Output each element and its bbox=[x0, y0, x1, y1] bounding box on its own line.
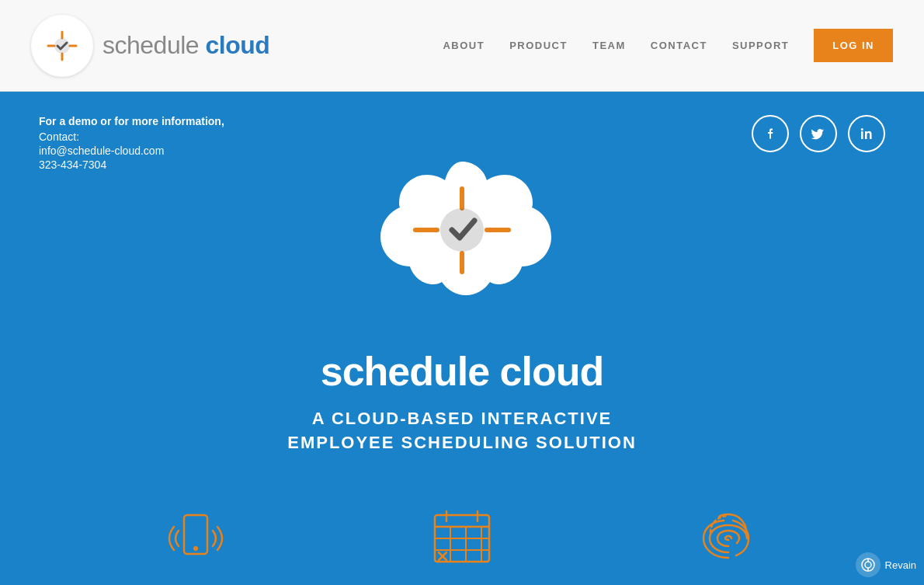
nav-about[interactable]: ABOUT bbox=[443, 40, 485, 51]
svg-point-11 bbox=[440, 208, 484, 252]
contact-info: For a demo or for more information, Cont… bbox=[39, 115, 224, 171]
header: schedule cloud ABOUT PRODUCT TEAM CONTAC… bbox=[0, 0, 924, 92]
facebook-icon[interactable] bbox=[752, 115, 789, 152]
svg-point-13 bbox=[193, 546, 198, 551]
hero-subtitle-line2: EMPLOYEE SCHEDULING SOLUTION bbox=[287, 431, 637, 455]
fingerprint-icon bbox=[690, 500, 767, 577]
revain-label: Revain bbox=[885, 559, 916, 571]
nav-contact[interactable]: CONTACT bbox=[651, 40, 707, 51]
twitter-icon[interactable] bbox=[800, 115, 837, 152]
bottom-icons-row bbox=[0, 500, 924, 585]
contact-label: Contact: bbox=[39, 131, 224, 143]
cloud-illustration bbox=[353, 146, 571, 333]
hero-brand-bold: cloud bbox=[500, 349, 604, 394]
contact-email[interactable]: info@schedule-cloud.com bbox=[39, 145, 224, 157]
revain-logo bbox=[856, 552, 881, 577]
nav-team[interactable]: TEAM bbox=[592, 40, 626, 51]
mobile-icon bbox=[157, 500, 234, 577]
logo-text-bold: cloud bbox=[205, 31, 269, 59]
hero-subtitle-line1: A CLOUD-BASED INTERACTIVE bbox=[287, 407, 637, 431]
linkedin-icon[interactable] bbox=[848, 115, 885, 152]
svg-point-26 bbox=[865, 562, 871, 568]
hero-subtitle: A CLOUD-BASED INTERACTIVE EMPLOYEE SCHED… bbox=[287, 407, 637, 455]
hero-section: For a demo or for more information, Cont… bbox=[0, 92, 924, 585]
contact-phone: 323-434-7304 bbox=[39, 158, 224, 171]
svg-rect-5 bbox=[861, 131, 863, 139]
hero-brand: schedule cloud bbox=[321, 348, 604, 395]
logo-area: schedule cloud bbox=[31, 15, 269, 77]
calendar-icon bbox=[423, 500, 501, 577]
svg-point-6 bbox=[861, 128, 863, 131]
nav-support[interactable]: SUPPORT bbox=[732, 40, 789, 51]
social-icons bbox=[752, 115, 885, 152]
logo-text: schedule cloud bbox=[102, 31, 269, 60]
navigation: ABOUT PRODUCT TEAM CONTACT SUPPORT LOG I… bbox=[443, 29, 893, 62]
hero-brand-regular: schedule bbox=[321, 349, 500, 394]
logo-text-regular: schedule bbox=[102, 31, 205, 59]
logo-icon bbox=[43, 27, 81, 64]
login-button[interactable]: LOG IN bbox=[814, 29, 893, 62]
demo-text: For a demo or for more information, bbox=[39, 115, 224, 127]
nav-product[interactable]: PRODUCT bbox=[509, 40, 568, 51]
logo-circle bbox=[31, 15, 93, 77]
revain-badge: Revain bbox=[856, 552, 916, 577]
